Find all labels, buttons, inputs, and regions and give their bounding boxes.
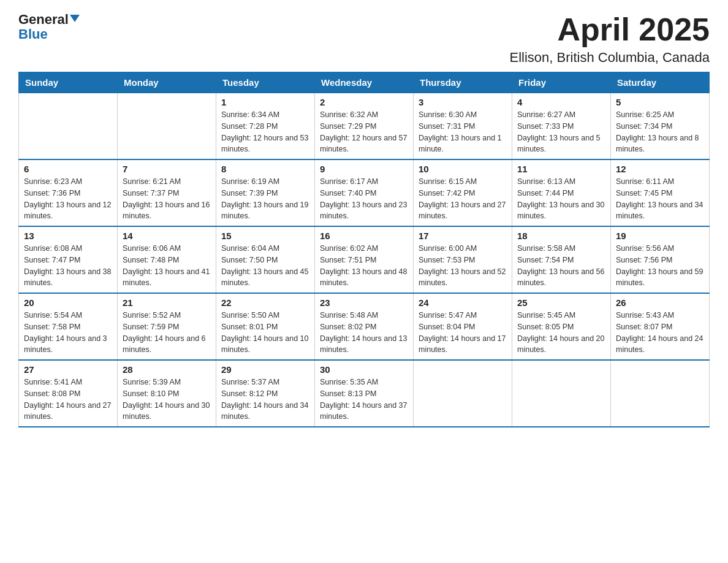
calendar-cell: 24Sunrise: 5:47 AMSunset: 8:04 PMDayligh… (414, 293, 512, 360)
calendar-week-1: 1Sunrise: 6:34 AMSunset: 7:28 PMDaylight… (19, 93, 710, 160)
logo-triangle-icon (70, 15, 80, 22)
calendar-cell: 2Sunrise: 6:32 AMSunset: 7:29 PMDaylight… (315, 93, 414, 160)
day-info: Sunrise: 6:00 AMSunset: 7:53 PMDaylight:… (419, 243, 507, 289)
calendar-cell: 20Sunrise: 5:54 AMSunset: 7:58 PMDayligh… (19, 293, 118, 360)
day-number: 2 (320, 97, 408, 107)
calendar-cell: 12Sunrise: 6:11 AMSunset: 7:45 PMDayligh… (611, 159, 710, 226)
day-info: Sunrise: 5:54 AMSunset: 7:58 PMDaylight:… (24, 310, 112, 356)
day-number: 13 (24, 231, 112, 241)
day-info: Sunrise: 6:13 AMSunset: 7:44 PMDaylight:… (517, 176, 605, 222)
calendar-cell: 1Sunrise: 6:34 AMSunset: 7:28 PMDaylight… (216, 93, 315, 160)
day-info: Sunrise: 5:50 AMSunset: 8:01 PMDaylight:… (221, 310, 309, 356)
day-number: 28 (123, 364, 211, 375)
day-number: 22 (221, 297, 309, 308)
calendar-cell (414, 360, 512, 427)
col-monday: Monday (118, 72, 216, 93)
col-tuesday: Tuesday (216, 72, 315, 93)
calendar-cell: 7Sunrise: 6:21 AMSunset: 7:37 PMDaylight… (118, 159, 216, 226)
day-number: 27 (24, 364, 112, 375)
col-thursday: Thursday (414, 72, 512, 93)
calendar-cell: 13Sunrise: 6:08 AMSunset: 7:47 PMDayligh… (19, 226, 118, 293)
col-saturday: Saturday (611, 72, 710, 93)
title-block: April 2025 Ellison, British Columbia, Ca… (510, 12, 710, 66)
calendar-cell: 30Sunrise: 5:35 AMSunset: 8:13 PMDayligh… (315, 360, 414, 427)
calendar-cell (118, 93, 216, 160)
calendar-cell: 18Sunrise: 5:58 AMSunset: 7:54 PMDayligh… (512, 226, 611, 293)
day-info: Sunrise: 6:30 AMSunset: 7:31 PMDaylight:… (419, 109, 507, 155)
logo: General Blue (18, 12, 80, 42)
day-number: 4 (517, 97, 605, 107)
logo-general: General (18, 12, 69, 27)
day-number: 16 (320, 231, 408, 241)
calendar-cell: 19Sunrise: 5:56 AMSunset: 7:56 PMDayligh… (611, 226, 710, 293)
calendar-cell: 28Sunrise: 5:39 AMSunset: 8:10 PMDayligh… (118, 360, 216, 427)
day-number: 19 (616, 231, 704, 241)
day-info: Sunrise: 6:23 AMSunset: 7:36 PMDaylight:… (24, 176, 112, 222)
calendar-title: April 2025 (510, 12, 710, 47)
day-info: Sunrise: 5:35 AMSunset: 8:13 PMDaylight:… (320, 377, 408, 423)
calendar-cell: 15Sunrise: 6:04 AMSunset: 7:50 PMDayligh… (216, 226, 315, 293)
header-row: Sunday Monday Tuesday Wednesday Thursday… (19, 72, 710, 93)
day-number: 12 (616, 164, 704, 174)
calendar-week-4: 20Sunrise: 5:54 AMSunset: 7:58 PMDayligh… (19, 293, 710, 360)
day-number: 18 (517, 231, 605, 241)
calendar-cell: 26Sunrise: 5:43 AMSunset: 8:07 PMDayligh… (611, 293, 710, 360)
day-info: Sunrise: 5:48 AMSunset: 8:02 PMDaylight:… (320, 310, 408, 356)
day-info: Sunrise: 6:02 AMSunset: 7:51 PMDaylight:… (320, 243, 408, 289)
calendar-cell: 22Sunrise: 5:50 AMSunset: 8:01 PMDayligh… (216, 293, 315, 360)
calendar-header: Sunday Monday Tuesday Wednesday Thursday… (19, 72, 710, 93)
col-friday: Friday (512, 72, 611, 93)
day-info: Sunrise: 5:52 AMSunset: 7:59 PMDaylight:… (123, 310, 211, 356)
calendar-cell: 14Sunrise: 6:06 AMSunset: 7:48 PMDayligh… (118, 226, 216, 293)
day-number: 29 (221, 364, 309, 375)
day-number: 30 (320, 364, 408, 375)
day-number: 17 (419, 231, 507, 241)
calendar-cell: 6Sunrise: 6:23 AMSunset: 7:36 PMDaylight… (19, 159, 118, 226)
day-info: Sunrise: 6:19 AMSunset: 7:39 PMDaylight:… (221, 176, 309, 222)
calendar-cell: 8Sunrise: 6:19 AMSunset: 7:39 PMDaylight… (216, 159, 315, 226)
day-number: 5 (616, 97, 704, 107)
day-info: Sunrise: 6:25 AMSunset: 7:34 PMDaylight:… (616, 109, 704, 155)
calendar-cell: 29Sunrise: 5:37 AMSunset: 8:12 PMDayligh… (216, 360, 315, 427)
day-number: 24 (419, 297, 507, 308)
calendar-table: Sunday Monday Tuesday Wednesday Thursday… (18, 72, 710, 427)
day-number: 8 (221, 164, 309, 174)
day-info: Sunrise: 6:34 AMSunset: 7:28 PMDaylight:… (221, 109, 309, 155)
day-number: 25 (517, 297, 605, 308)
day-info: Sunrise: 6:08 AMSunset: 7:47 PMDaylight:… (24, 243, 112, 289)
calendar-cell (512, 360, 611, 427)
day-number: 23 (320, 297, 408, 308)
day-number: 9 (320, 164, 408, 174)
day-info: Sunrise: 5:39 AMSunset: 8:10 PMDaylight:… (123, 377, 211, 423)
day-info: Sunrise: 5:37 AMSunset: 8:12 PMDaylight:… (221, 377, 309, 423)
calendar-cell: 4Sunrise: 6:27 AMSunset: 7:33 PMDaylight… (512, 93, 611, 160)
day-info: Sunrise: 6:15 AMSunset: 7:42 PMDaylight:… (419, 176, 507, 222)
day-number: 15 (221, 231, 309, 241)
calendar-cell: 17Sunrise: 6:00 AMSunset: 7:53 PMDayligh… (414, 226, 512, 293)
calendar-cell (611, 360, 710, 427)
day-info: Sunrise: 5:58 AMSunset: 7:54 PMDaylight:… (517, 243, 605, 289)
col-wednesday: Wednesday (315, 72, 414, 93)
day-number: 3 (419, 97, 507, 107)
day-number: 7 (123, 164, 211, 174)
calendar-cell: 16Sunrise: 6:02 AMSunset: 7:51 PMDayligh… (315, 226, 414, 293)
calendar-cell: 5Sunrise: 6:25 AMSunset: 7:34 PMDaylight… (611, 93, 710, 160)
day-info: Sunrise: 6:11 AMSunset: 7:45 PMDaylight:… (616, 176, 704, 222)
calendar-cell: 27Sunrise: 5:41 AMSunset: 8:08 PMDayligh… (19, 360, 118, 427)
day-info: Sunrise: 6:17 AMSunset: 7:40 PMDaylight:… (320, 176, 408, 222)
day-number: 21 (123, 297, 211, 308)
calendar-cell: 10Sunrise: 6:15 AMSunset: 7:42 PMDayligh… (414, 159, 512, 226)
page-header: General Blue April 2025 Ellison, British… (18, 12, 710, 66)
day-number: 6 (24, 164, 112, 174)
calendar-week-3: 13Sunrise: 6:08 AMSunset: 7:47 PMDayligh… (19, 226, 710, 293)
day-number: 10 (419, 164, 507, 174)
day-info: Sunrise: 6:04 AMSunset: 7:50 PMDaylight:… (221, 243, 309, 289)
day-number: 1 (221, 97, 309, 107)
calendar-subtitle: Ellison, British Columbia, Canada (510, 50, 710, 66)
day-info: Sunrise: 6:32 AMSunset: 7:29 PMDaylight:… (320, 109, 408, 155)
day-number: 11 (517, 164, 605, 174)
day-info: Sunrise: 6:21 AMSunset: 7:37 PMDaylight:… (123, 176, 211, 222)
calendar-body: 1Sunrise: 6:34 AMSunset: 7:28 PMDaylight… (19, 93, 710, 427)
day-info: Sunrise: 5:41 AMSunset: 8:08 PMDaylight:… (24, 377, 112, 423)
day-info: Sunrise: 5:45 AMSunset: 8:05 PMDaylight:… (517, 310, 605, 356)
